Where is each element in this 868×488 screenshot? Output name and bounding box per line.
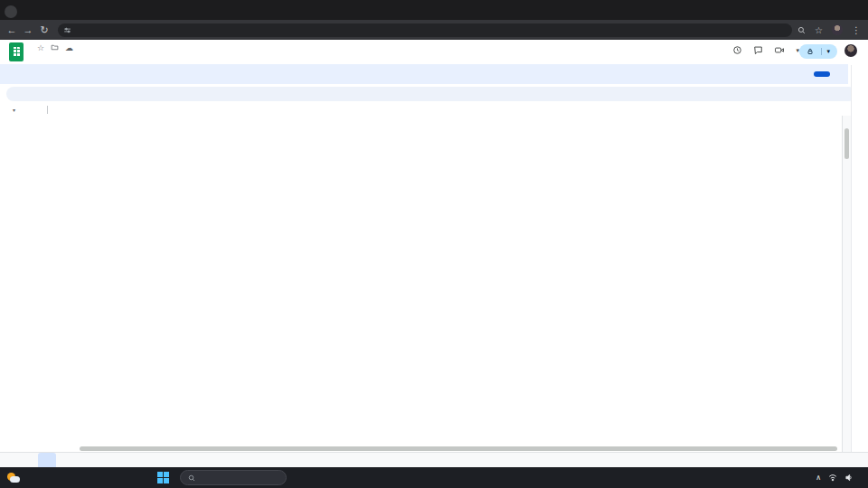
site-settings-icon[interactable] xyxy=(63,26,71,34)
lock-icon xyxy=(807,48,814,55)
move-folder-icon[interactable] xyxy=(51,43,59,52)
sheets-header: ☆ ☁ ▾ ▾ xyxy=(0,40,868,65)
wifi-icon[interactable] xyxy=(828,474,837,482)
workspace-promo-banner xyxy=(0,64,848,84)
meet-caret-icon[interactable]: ▾ xyxy=(796,47,799,54)
spreadsheet-grid[interactable] xyxy=(0,116,851,452)
name-box-caret-icon: ▾ xyxy=(13,107,15,113)
weather-icon xyxy=(7,473,20,483)
vertical-scrollbar-thumb[interactable] xyxy=(844,128,849,159)
horizontal-scrollbar-thumb[interactable] xyxy=(80,446,837,451)
browser-profile-avatar[interactable] xyxy=(832,24,843,35)
taskbar-weather[interactable] xyxy=(7,473,24,483)
browser-menu-icon[interactable]: ⋮ xyxy=(852,25,861,35)
tab-search-icon[interactable] xyxy=(5,5,17,18)
sheets-logo-icon[interactable] xyxy=(9,42,24,61)
share-caret-icon[interactable]: ▾ xyxy=(821,48,830,55)
star-icon[interactable]: ☆ xyxy=(37,43,44,52)
volume-icon[interactable] xyxy=(844,474,854,482)
sheets-toolbar: ∧ xyxy=(0,84,868,103)
taskbar-search[interactable] xyxy=(180,470,287,485)
system-tray: ∧ xyxy=(816,474,861,482)
sheet-tab-vlookup2[interactable] xyxy=(38,453,56,468)
share-button[interactable]: ▾ xyxy=(799,44,837,59)
address-bar[interactable] xyxy=(58,23,792,37)
comment-history-icon[interactable] xyxy=(753,45,763,55)
meet-camera-icon[interactable] xyxy=(774,45,785,55)
try-workspace-button[interactable] xyxy=(814,71,830,77)
back-icon[interactable]: ← xyxy=(4,24,20,35)
forward-icon[interactable]: → xyxy=(20,24,36,35)
search-icon xyxy=(188,474,195,482)
windows-taskbar: ∧ xyxy=(0,467,868,488)
reload-icon[interactable]: ↻ xyxy=(36,24,52,36)
history-icon[interactable] xyxy=(732,45,742,55)
start-button[interactable] xyxy=(157,472,169,483)
name-box[interactable]: ▾ xyxy=(0,107,47,113)
zoom-search-icon[interactable] xyxy=(797,26,806,34)
bookmark-star-icon[interactable]: ☆ xyxy=(815,25,823,35)
sheet-tab-bar xyxy=(0,452,868,468)
workspace-side-panel xyxy=(851,65,868,452)
formula-bar: ▾ xyxy=(0,103,851,117)
account-avatar[interactable] xyxy=(844,44,857,57)
cloud-status-icon[interactable]: ☁ xyxy=(65,43,73,52)
screen: ← → ↻ ☆ ⋮ ☆ ☁ xyxy=(0,0,868,488)
browser-tabstrip xyxy=(0,0,868,20)
toolbar-pill xyxy=(6,87,856,101)
tray-chevron-icon[interactable]: ∧ xyxy=(816,474,821,482)
browser-toolbar: ← → ↻ ☆ ⋮ xyxy=(0,20,868,40)
